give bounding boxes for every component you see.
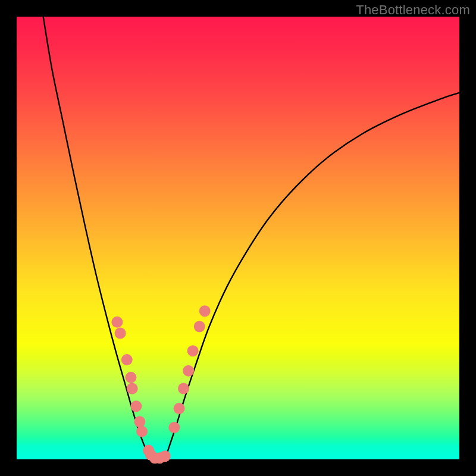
chart-marker <box>111 317 123 328</box>
chart-plot-area <box>17 17 459 459</box>
chart-marker <box>194 321 205 332</box>
chart-marker <box>127 383 138 394</box>
chart-marker <box>130 400 142 412</box>
chart-marker <box>174 403 185 414</box>
chart-frame: TheBottleneck.com <box>0 0 476 476</box>
chart-markers <box>111 305 210 464</box>
chart-svg <box>17 17 459 459</box>
chart-marker <box>183 365 194 377</box>
curve-right <box>165 93 459 459</box>
chart-marker <box>115 327 126 339</box>
chart-marker <box>168 422 180 433</box>
chart-marker <box>178 383 189 394</box>
chart-marker <box>134 416 145 427</box>
chart-marker <box>159 450 171 462</box>
watermark-text: TheBottleneck.com <box>356 2 470 18</box>
chart-marker <box>125 372 136 383</box>
chart-marker <box>121 354 133 365</box>
chart-marker <box>199 305 211 317</box>
chart-marker <box>187 345 199 356</box>
chart-marker <box>136 426 148 437</box>
